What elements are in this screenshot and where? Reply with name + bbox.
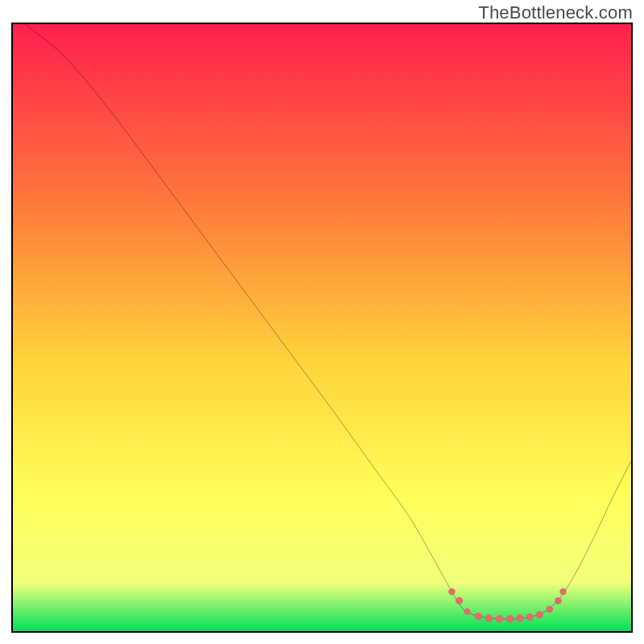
data-marker [485, 614, 493, 622]
watermark-label: TheBottleneck.com [478, 2, 633, 23]
chart-container: TheBottleneck.com [0, 0, 644, 644]
plot-area [11, 23, 633, 633]
data-marker [496, 615, 504, 623]
data-marker [464, 609, 470, 615]
data-marker [555, 597, 562, 605]
data-marker [506, 615, 514, 623]
data-marker [546, 605, 553, 613]
data-marker [456, 597, 463, 605]
data-marker [526, 613, 533, 621]
marker-layer [13, 24, 631, 631]
data-marker [559, 588, 566, 595]
data-marker [448, 588, 455, 595]
data-marker [536, 611, 543, 618]
data-marker [516, 614, 524, 622]
data-marker [474, 613, 482, 621]
